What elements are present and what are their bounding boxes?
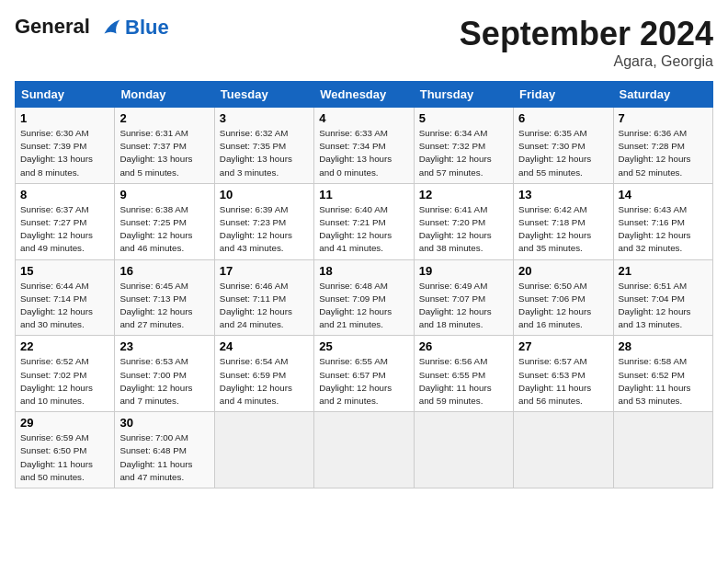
calendar-cell: 3Sunrise: 6:32 AMSunset: 7:35 PMDaylight… — [214, 108, 313, 184]
calendar-cell: 23Sunrise: 6:53 AMSunset: 7:00 PMDayligh… — [115, 336, 214, 412]
day-info: Sunrise: 6:41 AMSunset: 7:20 PMDaylight:… — [419, 203, 508, 256]
day-info: Sunrise: 6:38 AMSunset: 7:25 PMDaylight:… — [119, 203, 209, 256]
calendar-cell: 7Sunrise: 6:36 AMSunset: 7:28 PMDaylight… — [613, 108, 712, 184]
day-info: Sunrise: 6:35 AMSunset: 7:30 PMDaylight:… — [518, 127, 608, 179]
day-number: 15 — [20, 264, 109, 278]
calendar-cell: 19Sunrise: 6:49 AMSunset: 7:07 PMDayligh… — [414, 259, 513, 336]
day-number: 10 — [220, 188, 309, 201]
calendar-cell: 4Sunrise: 6:33 AMSunset: 7:34 PMDaylight… — [314, 108, 414, 184]
day-info: Sunrise: 6:39 AMSunset: 7:23 PMDaylight:… — [220, 203, 309, 256]
day-number: 3 — [220, 111, 309, 125]
calendar-week-row: 22Sunrise: 6:52 AMSunset: 7:02 PMDayligh… — [16, 336, 713, 412]
day-number: 21 — [619, 264, 708, 278]
calendar-week-row: 15Sunrise: 6:44 AMSunset: 7:14 PMDayligh… — [16, 259, 713, 336]
calendar-week-row: 1Sunrise: 6:30 AMSunset: 7:39 PMDaylight… — [16, 108, 713, 184]
calendar-cell — [414, 412, 513, 488]
day-info: Sunrise: 6:58 AMSunset: 6:52 PMDaylight:… — [619, 355, 708, 408]
day-number: 8 — [20, 188, 109, 201]
day-info: Sunrise: 6:48 AMSunset: 7:09 PMDaylight:… — [319, 280, 408, 332]
day-number: 11 — [319, 188, 408, 201]
page-header: General Blue September 2024 Agara, Georg… — [15, 15, 713, 70]
day-number: 1 — [20, 111, 109, 125]
month-title: September 2024 — [460, 15, 713, 53]
day-number: 26 — [419, 339, 508, 353]
day-info: Sunrise: 6:56 AMSunset: 6:55 PMDaylight:… — [419, 355, 508, 408]
column-header-sunday: Sunday — [16, 82, 115, 108]
day-info: Sunrise: 6:46 AMSunset: 7:11 PMDaylight:… — [220, 280, 309, 332]
column-header-wednesday: Wednesday — [314, 82, 414, 108]
location-title: Agara, Georgia — [460, 53, 713, 70]
day-info: Sunrise: 6:33 AMSunset: 7:34 PMDaylight:… — [319, 127, 408, 179]
calendar-table: SundayMondayTuesdayWednesdayThursdayFrid… — [15, 81, 713, 488]
day-number: 4 — [319, 111, 408, 125]
day-info: Sunrise: 6:55 AMSunset: 6:57 PMDaylight:… — [319, 355, 408, 408]
day-info: Sunrise: 6:30 AMSunset: 7:39 PMDaylight:… — [20, 127, 109, 179]
column-header-tuesday: Tuesday — [214, 82, 313, 108]
day-info: Sunrise: 6:31 AMSunset: 7:37 PMDaylight:… — [119, 127, 209, 179]
calendar-cell: 28Sunrise: 6:58 AMSunset: 6:52 PMDayligh… — [613, 336, 712, 412]
calendar-cell: 21Sunrise: 6:51 AMSunset: 7:04 PMDayligh… — [613, 259, 712, 336]
day-info: Sunrise: 6:44 AMSunset: 7:14 PMDaylight:… — [20, 280, 109, 332]
day-number: 18 — [319, 264, 408, 278]
day-number: 16 — [119, 264, 209, 278]
calendar-cell — [314, 412, 414, 488]
day-number: 6 — [518, 111, 608, 125]
calendar-week-row: 8Sunrise: 6:37 AMSunset: 7:27 PMDaylight… — [16, 183, 713, 259]
day-info: Sunrise: 6:59 AMSunset: 6:50 PMDaylight:… — [20, 431, 109, 484]
column-header-saturday: Saturday — [613, 82, 712, 108]
day-info: Sunrise: 7:00 AMSunset: 6:48 PMDaylight:… — [119, 431, 209, 484]
day-number: 14 — [619, 188, 708, 201]
day-number: 25 — [319, 339, 408, 353]
calendar-cell: 18Sunrise: 6:48 AMSunset: 7:09 PMDayligh… — [314, 259, 414, 336]
calendar-cell: 6Sunrise: 6:35 AMSunset: 7:30 PMDaylight… — [514, 108, 613, 184]
day-info: Sunrise: 6:32 AMSunset: 7:35 PMDaylight:… — [220, 127, 309, 179]
column-header-monday: Monday — [115, 82, 214, 108]
column-header-friday: Friday — [514, 82, 613, 108]
logo-bird-icon — [97, 15, 123, 40]
day-info: Sunrise: 6:53 AMSunset: 7:00 PMDaylight:… — [119, 355, 209, 408]
day-number: 13 — [518, 188, 608, 201]
day-number: 28 — [619, 339, 708, 353]
calendar-body: 1Sunrise: 6:30 AMSunset: 7:39 PMDaylight… — [16, 108, 713, 488]
day-number: 30 — [119, 416, 209, 430]
day-info: Sunrise: 6:37 AMSunset: 7:27 PMDaylight:… — [20, 203, 109, 256]
calendar-cell: 26Sunrise: 6:56 AMSunset: 6:55 PMDayligh… — [414, 336, 513, 412]
day-info: Sunrise: 6:54 AMSunset: 6:59 PMDaylight:… — [220, 355, 309, 408]
title-block: September 2024 Agara, Georgia — [460, 15, 713, 70]
day-info: Sunrise: 6:45 AMSunset: 7:13 PMDaylight:… — [119, 280, 209, 332]
calendar-cell: 8Sunrise: 6:37 AMSunset: 7:27 PMDaylight… — [16, 183, 115, 259]
calendar-cell: 15Sunrise: 6:44 AMSunset: 7:14 PMDayligh… — [16, 259, 115, 336]
day-number: 9 — [119, 188, 209, 201]
day-info: Sunrise: 6:52 AMSunset: 7:02 PMDaylight:… — [20, 355, 109, 408]
calendar-cell: 5Sunrise: 6:34 AMSunset: 7:32 PMDaylight… — [414, 108, 513, 184]
day-number: 7 — [619, 111, 708, 125]
calendar-cell: 11Sunrise: 6:40 AMSunset: 7:21 PMDayligh… — [314, 183, 414, 259]
day-info: Sunrise: 6:49 AMSunset: 7:07 PMDaylight:… — [419, 280, 508, 332]
calendar-cell — [514, 412, 613, 488]
day-info: Sunrise: 6:43 AMSunset: 7:16 PMDaylight:… — [619, 203, 708, 256]
day-info: Sunrise: 6:42 AMSunset: 7:18 PMDaylight:… — [518, 203, 608, 256]
day-info: Sunrise: 6:34 AMSunset: 7:32 PMDaylight:… — [419, 127, 508, 179]
day-number: 23 — [119, 339, 209, 353]
calendar-cell: 29Sunrise: 6:59 AMSunset: 6:50 PMDayligh… — [16, 412, 115, 488]
calendar-header-row: SundayMondayTuesdayWednesdayThursdayFrid… — [16, 82, 713, 108]
calendar-cell: 14Sunrise: 6:43 AMSunset: 7:16 PMDayligh… — [613, 183, 712, 259]
calendar-cell: 17Sunrise: 6:46 AMSunset: 7:11 PMDayligh… — [214, 259, 313, 336]
column-header-thursday: Thursday — [414, 82, 513, 108]
calendar-cell: 2Sunrise: 6:31 AMSunset: 7:37 PMDaylight… — [115, 108, 214, 184]
day-number: 29 — [20, 416, 109, 430]
logo: General Blue — [15, 15, 169, 40]
day-number: 2 — [119, 111, 209, 125]
day-info: Sunrise: 6:57 AMSunset: 6:53 PMDaylight:… — [518, 355, 608, 408]
day-number: 19 — [419, 264, 508, 278]
calendar-cell: 27Sunrise: 6:57 AMSunset: 6:53 PMDayligh… — [514, 336, 613, 412]
calendar-cell: 9Sunrise: 6:38 AMSunset: 7:25 PMDaylight… — [115, 183, 214, 259]
day-number: 12 — [419, 188, 508, 201]
day-info: Sunrise: 6:50 AMSunset: 7:06 PMDaylight:… — [518, 280, 608, 332]
day-number: 27 — [518, 339, 608, 353]
day-info: Sunrise: 6:51 AMSunset: 7:04 PMDaylight:… — [619, 280, 708, 332]
calendar-cell: 24Sunrise: 6:54 AMSunset: 6:59 PMDayligh… — [214, 336, 313, 412]
calendar-cell: 22Sunrise: 6:52 AMSunset: 7:02 PMDayligh… — [16, 336, 115, 412]
day-number: 17 — [220, 264, 309, 278]
calendar-cell: 25Sunrise: 6:55 AMSunset: 6:57 PMDayligh… — [314, 336, 414, 412]
